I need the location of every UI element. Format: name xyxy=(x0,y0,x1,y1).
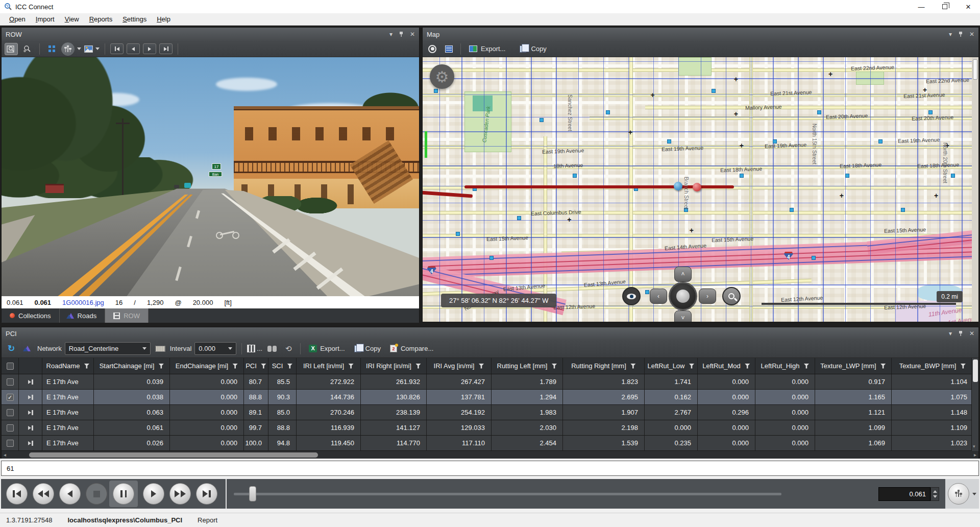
filter-icon[interactable] xyxy=(745,364,750,369)
slider-thumb[interactable] xyxy=(249,486,256,501)
camera-select-button[interactable] xyxy=(84,43,100,55)
filter-icon[interactable] xyxy=(287,364,292,369)
pci-copy-button[interactable]: Copy xyxy=(351,343,384,355)
skip-start-button[interactable] xyxy=(6,483,28,505)
close-panel-icon[interactable]: ✕ xyxy=(969,330,974,337)
pin-icon[interactable] xyxy=(958,31,963,37)
filter-icon[interactable] xyxy=(348,364,354,369)
chainage-stepper[interactable] xyxy=(930,487,939,501)
step-back-button[interactable] xyxy=(59,483,81,505)
filter-icon[interactable] xyxy=(84,364,89,369)
goto-row-icon[interactable] xyxy=(28,441,33,446)
rewind-button[interactable] xyxy=(33,483,54,505)
pan-right-button[interactable]: › xyxy=(699,289,716,304)
table-row[interactable]: E 17th Ave0.0260.000100.094.8119.450114.… xyxy=(2,436,978,451)
refresh-button[interactable]: ↻ xyxy=(5,343,18,355)
column-header[interactable]: LeftRut_Low xyxy=(645,358,698,374)
track-position-button[interactable] xyxy=(426,43,439,55)
tab-roads[interactable]: Roads xyxy=(60,308,106,323)
chevron-down-icon[interactable]: ▾ xyxy=(389,31,393,37)
column-header[interactable]: Rutting Right [mm] xyxy=(563,358,645,374)
menu-item-open[interactable]: Open xyxy=(4,14,31,25)
filter-icon[interactable] xyxy=(960,364,966,369)
row-checkbox[interactable] xyxy=(7,440,14,447)
minimize-button[interactable]: — xyxy=(910,0,933,13)
row-checkbox[interactable] xyxy=(7,424,14,432)
interval-dropdown[interactable]: 0.000 xyxy=(194,342,236,355)
column-header[interactable]: IRI Right [in/mi] xyxy=(361,358,427,374)
chainage-input[interactable]: 0.061 xyxy=(878,487,930,501)
selected-segment-marker[interactable] xyxy=(693,183,701,191)
image-adjust-button[interactable] xyxy=(61,43,81,55)
pan-up-button[interactable]: ˄ xyxy=(674,267,692,282)
filter-icon[interactable] xyxy=(880,364,886,369)
filter-icon[interactable] xyxy=(478,364,484,369)
pci-export-button[interactable]: X Export... xyxy=(306,343,348,355)
stop-button[interactable] xyxy=(86,483,107,505)
image-filename-link[interactable]: 1G000016.jpg xyxy=(62,299,104,306)
row-checkbox[interactable] xyxy=(7,409,14,416)
chevron-down-icon[interactable]: ▾ xyxy=(949,31,952,37)
scrollbar-thumb[interactable] xyxy=(29,452,318,458)
row-checkbox[interactable]: ✓ xyxy=(7,394,14,401)
column-header[interactable]: RoadName xyxy=(42,358,94,374)
row-image-viewer[interactable]: 17 Ban xyxy=(2,57,419,296)
map-settings-gear-button[interactable]: ⚙ xyxy=(430,64,454,89)
map-panel-header[interactable]: Map ▾ ✕ xyxy=(423,28,978,41)
goto-row-icon[interactable] xyxy=(28,395,33,400)
map-view-eye-button[interactable] xyxy=(622,287,641,305)
goto-row-icon[interactable] xyxy=(28,379,33,385)
map-copy-button[interactable]: Copy xyxy=(517,43,549,55)
menu-item-help[interactable]: Help xyxy=(152,14,176,25)
column-header[interactable]: StartChainage [mi] xyxy=(94,358,170,374)
slider-track[interactable] xyxy=(234,493,781,495)
map-export-button[interactable]: Export... xyxy=(466,43,508,55)
filter-icon[interactable] xyxy=(415,364,421,369)
report-link[interactable]: Report xyxy=(198,516,217,524)
column-header[interactable]: Texture_LWP [mm] xyxy=(815,358,892,374)
goto-row-icon[interactable] xyxy=(28,425,33,430)
pin-icon[interactable] xyxy=(958,330,963,337)
filter-icon[interactable] xyxy=(158,364,164,369)
pci-panel-header[interactable]: PCI ▾ ✕ xyxy=(2,327,978,340)
scroll-left-icon[interactable]: ◂ xyxy=(4,452,6,458)
scrollbar-thumb[interactable] xyxy=(973,360,978,382)
tile-view-button[interactable] xyxy=(45,43,58,55)
camera-settings-button[interactable] xyxy=(948,483,969,505)
skip-end-button[interactable] xyxy=(196,483,217,505)
pan-down-button[interactable]: ˅ xyxy=(674,310,692,322)
filter-icon[interactable] xyxy=(261,364,266,369)
table-horizontal-scrollbar[interactable]: ◂ ▸ xyxy=(2,451,978,459)
filter-icon[interactable] xyxy=(551,364,557,369)
step-up-icon[interactable] xyxy=(933,490,937,493)
menu-item-view[interactable]: View xyxy=(60,14,84,25)
next-image-button[interactable] xyxy=(143,43,156,54)
scroll-right-icon[interactable]: ▸ xyxy=(974,452,976,458)
table-row[interactable]: E 17th Ave0.0630.00089.185.0270.246238.1… xyxy=(2,405,978,420)
table-row[interactable]: E 17th Ave0.0610.00099.788.8116.939141.1… xyxy=(2,420,978,436)
column-header[interactable]: PCI xyxy=(244,358,268,374)
chevron-down-icon[interactable]: ▾ xyxy=(949,330,952,337)
column-header[interactable]: IRI Left [in/mi] xyxy=(297,358,361,374)
goto-row-icon[interactable] xyxy=(28,410,33,415)
step-down-icon[interactable] xyxy=(933,495,937,498)
table-row[interactable]: E 17th Ave0.0390.00080.785.5272.922261.9… xyxy=(2,374,978,390)
pan-left-button[interactable]: ‹ xyxy=(650,289,667,304)
network-dropdown[interactable]: Road_Centerline xyxy=(65,342,151,355)
menu-item-reports[interactable]: Reports xyxy=(84,14,118,25)
column-header[interactable]: LeftRut_Mod xyxy=(698,358,755,374)
menu-item-settings[interactable]: Settings xyxy=(117,14,152,25)
chevron-down-icon[interactable] xyxy=(972,493,976,495)
menu-item-import[interactable]: Import xyxy=(31,14,60,25)
last-image-button[interactable] xyxy=(159,43,173,54)
filter-icon[interactable] xyxy=(689,364,695,369)
close-button[interactable]: ✕ xyxy=(957,0,980,13)
table-row[interactable]: ✓E 17th Ave0.0380.00088.890.3144.736130.… xyxy=(2,390,978,405)
map-zoom-button[interactable] xyxy=(722,287,741,305)
pin-icon[interactable] xyxy=(399,31,404,37)
tab-collections[interactable]: Collections xyxy=(2,308,60,323)
first-image-button[interactable] xyxy=(110,43,124,54)
column-header[interactable]: IRI Avg [in/mi] xyxy=(427,358,492,374)
column-header[interactable]: Texture_BWP [mm] xyxy=(892,358,974,374)
close-panel-icon[interactable]: ✕ xyxy=(410,31,415,37)
